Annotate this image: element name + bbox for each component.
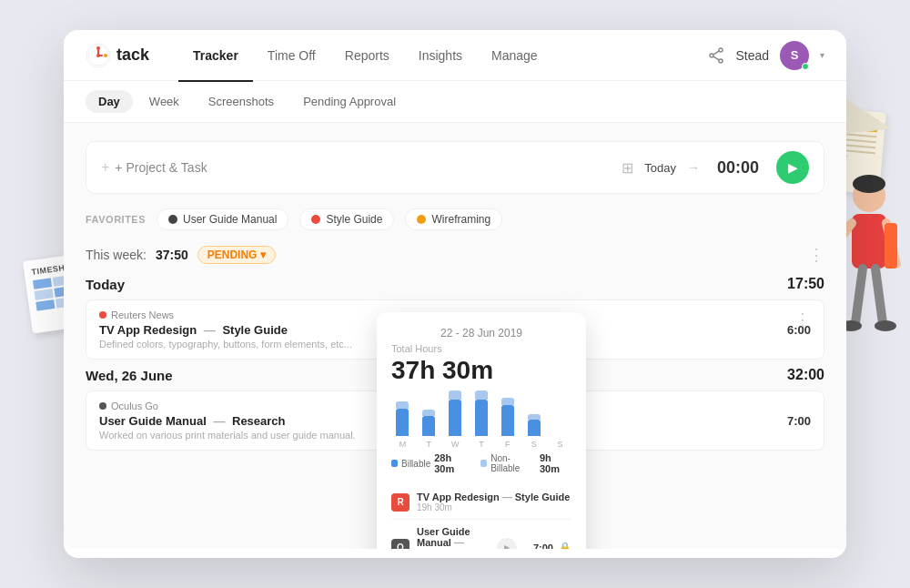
fav-label-1: User Guide Manual xyxy=(183,213,277,226)
popup-play-button[interactable]: ▶ xyxy=(497,538,517,550)
svg-point-5 xyxy=(719,48,723,52)
today-label: Today xyxy=(644,161,676,175)
arrow-right-icon: → xyxy=(687,160,700,175)
tab-week[interactable]: Week xyxy=(136,90,192,113)
wed-heading: Wed, 26 June xyxy=(86,368,173,383)
bar-stack xyxy=(444,390,467,436)
header: tack Tracker Time Off Reports Insights M… xyxy=(64,30,846,81)
favorite-style-guide[interactable]: Style Guide xyxy=(299,208,394,230)
fav-label-2: Style Guide xyxy=(326,213,382,226)
svg-point-3 xyxy=(96,46,100,50)
bar-friday: F xyxy=(496,390,519,449)
billable-legend-dot xyxy=(391,460,398,467)
entry-menu-icon[interactable]: ⋮ xyxy=(794,309,811,329)
billable-legend-value: 28h 30m xyxy=(434,452,470,474)
bar-tuesday: T xyxy=(418,390,440,449)
time-display: 00:00 xyxy=(711,158,765,177)
entry-info-2: User Guide Manual — Illustrations 9h 30m xyxy=(417,526,490,549)
favorites-label: FAVORITES xyxy=(86,214,146,225)
tab-day[interactable]: Day xyxy=(86,90,133,113)
timeline: Today 17:50 Reuters News TV App Redesign… xyxy=(86,276,824,458)
bar-stack xyxy=(522,390,545,436)
project-dot xyxy=(99,311,106,319)
entry-icon-2: O xyxy=(391,539,410,550)
nav-tracker[interactable]: Tracker xyxy=(178,31,253,82)
popup-date-range: 22 - 28 Jun 2019 xyxy=(391,327,571,340)
nav-manage[interactable]: Manage xyxy=(477,31,552,82)
popup-entry-1[interactable]: R TV App Redesign — Style Guide 19h 30m xyxy=(391,485,571,520)
user-name: Stead xyxy=(735,48,769,63)
bar-stack xyxy=(391,390,414,436)
sub-nav: Day Week Screenshots Pending Approval xyxy=(64,81,846,123)
today-heading: Today xyxy=(86,277,125,292)
project-name: Reuters News xyxy=(111,309,174,320)
billable-bar xyxy=(396,409,409,436)
header-right: Stead S ▾ xyxy=(708,41,824,70)
logo: tack xyxy=(86,43,149,68)
week-summary: This week: 37:50 PENDING ▾ ⋮ xyxy=(86,245,824,265)
weekly-bar-chart: M T xyxy=(391,394,571,449)
day-label: M xyxy=(399,440,407,449)
non-billable-bar xyxy=(396,401,409,409)
popup-entry-title-1: TV App Redesign — Style Guide xyxy=(417,492,571,502)
fav-dot-2 xyxy=(311,215,320,224)
app-window: tack Tracker Time Off Reports Insights M… xyxy=(64,30,846,558)
nav-time-off[interactable]: Time Off xyxy=(253,31,330,82)
week-label: This week: xyxy=(86,248,147,262)
svg-point-2 xyxy=(96,54,100,57)
start-timer-button[interactable]: ▶ xyxy=(776,151,809,184)
ts-cell xyxy=(35,299,55,311)
nav-reports[interactable]: Reports xyxy=(330,31,404,82)
entry-time-col-2: ▶ 7:00 🔒 xyxy=(497,538,571,550)
project-name: Oculus Go xyxy=(111,400,158,411)
project-dot xyxy=(99,402,106,410)
day-label: T xyxy=(427,440,432,449)
favorite-user-guide[interactable]: User Guide Manual xyxy=(157,208,288,230)
fav-dot-3 xyxy=(417,215,426,224)
day-label: S xyxy=(531,440,537,449)
avatar-chevron: ▾ xyxy=(820,50,824,60)
nav-insights[interactable]: Insights xyxy=(404,31,477,82)
svg-point-6 xyxy=(710,54,713,57)
add-task-label: + Project & Task xyxy=(115,160,207,175)
svg-line-8 xyxy=(713,51,719,55)
non-billable-legend-dot xyxy=(480,460,487,467)
tab-pending-approval[interactable]: Pending Approval xyxy=(290,90,409,113)
svg-line-16 xyxy=(875,269,883,323)
user-avatar[interactable]: S xyxy=(780,41,809,70)
entry-task-title: User Guide Manual xyxy=(99,414,207,428)
popup-entry-2[interactable]: O User Guide Manual — Illustrations 9h 3… xyxy=(391,520,571,549)
fav-label-3: Wireframing xyxy=(431,213,490,226)
svg-line-15 xyxy=(855,269,863,323)
timer-controls: ⊞ Today → 00:00 ▶ xyxy=(622,151,809,184)
entry-arrow-icon: — xyxy=(204,323,216,337)
billable-legend-label: Billable xyxy=(401,459,430,469)
day-label: W xyxy=(451,440,460,449)
entry-time: 7:00 xyxy=(787,414,811,428)
bar-thursday: T xyxy=(470,390,493,449)
billable-bar xyxy=(475,400,488,436)
fav-dot-1 xyxy=(168,215,177,224)
billable-bar xyxy=(449,400,461,436)
popup-entry-title-2: User Guide Manual — Illustrations xyxy=(417,526,490,549)
legend-non-billable: Non-Billable 9h 30m xyxy=(480,452,571,474)
menu-dots-icon[interactable]: ⋮ xyxy=(808,245,824,265)
entry-info-1: TV App Redesign — Style Guide 19h 30m xyxy=(417,492,571,512)
favorite-wireframing[interactable]: Wireframing xyxy=(405,208,502,230)
pending-badge[interactable]: PENDING ▾ xyxy=(197,246,277,264)
svg-rect-19 xyxy=(885,223,897,269)
entry-task-name: Style Guide xyxy=(222,323,288,337)
popup-hours-label: Total Hours xyxy=(391,343,571,354)
chart-legend: Billable 28h 30m Non-Billable 9h 30m xyxy=(391,452,571,474)
grid-icon: ⊞ xyxy=(622,159,633,177)
today-total-time: 17:50 xyxy=(787,276,824,292)
add-task-button[interactable]: + + Project & Task xyxy=(101,159,611,176)
weekly-popup-card: 22 - 28 Jun 2019 Total Hours 37h 30m M xyxy=(377,312,586,549)
favorites-row: FAVORITES User Guide Manual Style Guide … xyxy=(86,208,824,230)
svg-line-9 xyxy=(713,56,719,60)
logo-text: tack xyxy=(116,46,149,65)
bar-stack xyxy=(418,390,440,436)
tab-screenshots[interactable]: Screenshots xyxy=(196,90,287,113)
entry-arrow-icon: — xyxy=(213,414,225,428)
bar-stack xyxy=(470,390,493,436)
